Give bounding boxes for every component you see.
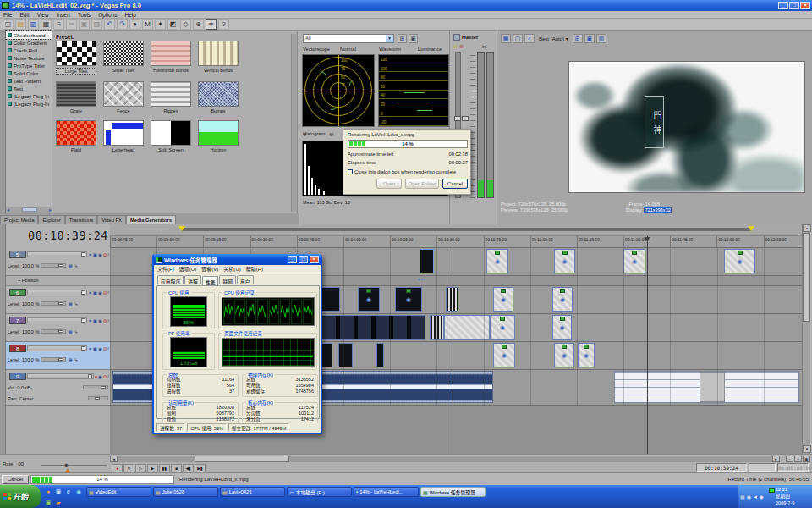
compositing-mode-icon[interactable]: ▦ xyxy=(68,357,72,362)
track-grip[interactable]: ⁞ xyxy=(7,252,8,257)
open-icon[interactable]: ▤ xyxy=(15,19,26,30)
timeline-clip[interactable]: ◉ xyxy=(552,315,572,340)
network-icon[interactable]: ◆ xyxy=(760,494,764,500)
task-manager-titlebar[interactable]: Windows 任务管理器 _ □ × xyxy=(154,254,321,265)
generator-category-item[interactable]: (Legacy Plug-In xyxy=(6,100,52,108)
go-to-start-icon[interactable]: ◀▮ xyxy=(183,464,194,472)
solo-icon[interactable]: ⊘ xyxy=(459,43,464,49)
track-number[interactable]: 7 xyxy=(9,317,26,324)
timecode-field-end[interactable]: 00:00:00:00 xyxy=(777,463,809,472)
timecode-field-empty[interactable] xyxy=(749,463,776,472)
time-ruler[interactable]: 00:08:45:0000:09:00:0000:09:15:0000:09:3… xyxy=(110,236,810,248)
dock-tab[interactable]: Transitions xyxy=(65,215,97,224)
timecode-field[interactable]: 00:10:39:24 xyxy=(696,463,747,472)
properties-icon[interactable]: ≡ xyxy=(53,19,64,30)
generator-category-item[interactable]: Noise Texture xyxy=(6,54,52,62)
stop-icon[interactable]: ■ xyxy=(171,464,182,472)
pause-icon[interactable]: ▮▮ xyxy=(159,464,170,472)
grid-overlay-icon[interactable]: ⊞ xyxy=(573,34,583,43)
preset-thumbnail[interactable] xyxy=(56,120,96,146)
messenger-icon[interactable]: ◉ xyxy=(74,488,83,496)
loop-end-marker[interactable] xyxy=(748,226,754,231)
timeline-clip[interactable]: ◉ xyxy=(554,249,575,273)
preset-thumbnail[interactable] xyxy=(151,81,191,107)
show-desktop-icon[interactable]: ▣ xyxy=(54,488,63,496)
preset-item[interactable]: Horizontal Blinds xyxy=(151,41,193,73)
dock-grip[interactable] xyxy=(0,31,6,213)
taskbar-clock[interactable]: 12:21 星期四 2009-7-9 xyxy=(767,486,811,507)
redo-icon[interactable]: ↷ xyxy=(117,19,128,30)
scroll-up-icon[interactable]: ▲ xyxy=(803,224,811,232)
track-fade-slider[interactable] xyxy=(27,318,88,323)
level-slider[interactable] xyxy=(41,329,66,334)
rate-slider[interactable] xyxy=(41,465,107,466)
track-motion-icon[interactable]: ▣ xyxy=(93,252,97,257)
track-number[interactable]: 6 xyxy=(9,289,26,296)
menu-item[interactable]: 关机(U) xyxy=(223,265,240,273)
scope-settings-icon[interactable]: ▣ xyxy=(409,34,418,43)
start-button[interactable]: 开始 xyxy=(0,485,41,508)
task-manager-tab[interactable]: 进程 xyxy=(184,275,201,284)
close-button[interactable]: × xyxy=(310,256,319,263)
play-from-start-icon[interactable]: ▷ xyxy=(135,464,146,472)
overlays-icon[interactable]: ◐ xyxy=(524,34,535,43)
position-automation-row[interactable]: + Position xyxy=(6,276,110,286)
current-timecode-display[interactable]: 00:10:39:24 xyxy=(7,229,108,246)
track-fx-icon[interactable]: ✦ xyxy=(88,252,92,257)
help-icon[interactable]: ? xyxy=(218,19,229,30)
compositing-mode-icon[interactable]: ▦ xyxy=(68,301,72,306)
loop-icon[interactable]: ↻ xyxy=(123,464,134,472)
preset-item[interactable]: Ridges xyxy=(151,81,193,113)
solo-icon[interactable]: ⊘ xyxy=(103,318,107,323)
track-fade-slider[interactable] xyxy=(27,290,88,295)
track-header-7[interactable]: ⁞7✦▣◉⊘! Level:100.0 %▦↳ xyxy=(6,314,110,342)
timeline-clip[interactable]: ◉ xyxy=(493,343,515,367)
track-number[interactable]: 9 xyxy=(9,373,26,380)
search-icon[interactable]: ● xyxy=(129,19,140,30)
edit-tool-icon[interactable]: ✦ xyxy=(155,19,166,30)
loop-region-bar[interactable] xyxy=(182,228,751,231)
menu-item[interactable]: 查看(V) xyxy=(201,265,218,273)
scope-source-dropdown[interactable]: All ▼ xyxy=(303,34,394,43)
menu-item[interactable]: 帮助(H) xyxy=(246,265,263,273)
scroll-left-icon[interactable]: ◄ xyxy=(6,207,10,213)
preset-thumbnail[interactable] xyxy=(151,120,191,146)
track-grip[interactable]: ⁞ xyxy=(7,290,8,295)
maximize-button[interactable]: □ xyxy=(299,256,308,263)
track-fx-icon[interactable]: ✦ xyxy=(88,346,92,351)
external-monitor-icon[interactable]: ▢ xyxy=(513,34,523,43)
parent-icon[interactable]: ↳ xyxy=(74,329,79,334)
envelope-tool-icon[interactable]: ◇ xyxy=(180,19,191,30)
track-motion-icon[interactable]: ▣ xyxy=(93,290,97,295)
playhead-marker[interactable] xyxy=(644,237,650,241)
preset-item[interactable]: Horizon xyxy=(198,120,240,152)
track-grip[interactable]: ⁞ xyxy=(7,374,8,379)
undo-icon[interactable]: ↶ xyxy=(104,19,115,30)
minimize-button[interactable]: _ xyxy=(778,2,788,9)
track-number[interactable]: 8 xyxy=(9,345,26,352)
mute-icon[interactable]: ⊙ xyxy=(453,43,458,49)
taskbar-button[interactable]: ▪ 14% - LaVieHLedi... xyxy=(354,487,419,497)
generator-category-item[interactable]: ProType Titler xyxy=(6,62,52,69)
compositing-mode-icon[interactable]: ▦ xyxy=(68,263,72,268)
save-icon[interactable]: ▥ xyxy=(28,19,39,30)
task-manager-tab[interactable]: 用户 xyxy=(237,275,254,284)
preset-thumbnail[interactable] xyxy=(151,41,191,66)
marker-bar[interactable] xyxy=(110,224,810,236)
generator-category-item[interactable]: Solid Color xyxy=(6,69,52,77)
maximize-button[interactable]: □ xyxy=(789,2,799,9)
menu-item[interactable]: Options xyxy=(98,12,117,18)
chevron-down-icon[interactable]: ▼ xyxy=(386,35,393,42)
timeline-clip[interactable]: ◉ xyxy=(486,249,508,273)
scroll-left-icon[interactable]: ◄ xyxy=(110,456,118,462)
zoom-tool-icon[interactable]: ⊕ xyxy=(193,19,204,30)
generator-category-item[interactable]: Checkerboard xyxy=(6,31,52,39)
solo-icon[interactable]: ⊘ xyxy=(103,346,107,351)
scroll-right-icon[interactable]: ► xyxy=(772,456,780,462)
track-fade-slider[interactable] xyxy=(27,373,94,379)
zoom-in-icon[interactable]: + xyxy=(794,456,802,462)
audio-clip[interactable] xyxy=(614,371,799,403)
track-header-6[interactable]: ⁞6✦▣◉⊘! Level:100.0 %▦↳ xyxy=(6,286,110,314)
solo-icon[interactable]: ⊘ xyxy=(103,252,107,257)
normal-tool-icon[interactable]: ✛ xyxy=(206,19,217,30)
